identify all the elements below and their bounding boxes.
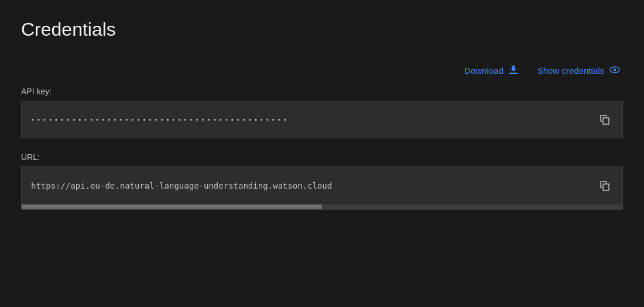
action-bar: Download Show credentials [21, 64, 623, 77]
url-label: URL: [21, 152, 623, 162]
show-credentials-label: Show credentials [537, 66, 604, 76]
url-input-wrapper: https://api.eu-de.natural-language-under… [21, 166, 623, 210]
api-key-label: API key: [21, 87, 623, 96]
copy-icon [599, 114, 611, 125]
download-button[interactable]: Download [464, 64, 519, 77]
svg-rect-4 [603, 184, 609, 190]
svg-rect-3 [603, 118, 609, 124]
api-key-copy-button[interactable] [597, 111, 613, 128]
page-title: Credentials [21, 19, 623, 40]
url-scrollbar-track[interactable] [22, 204, 622, 209]
svg-point-2 [614, 69, 615, 70]
url-scrollbar-thumb[interactable] [22, 204, 322, 209]
copy-icon [599, 180, 611, 192]
download-label: Download [464, 66, 503, 76]
url-input-content: https://api.eu-de.natural-language-under… [22, 167, 622, 204]
eye-icon [609, 64, 621, 77]
api-key-input-wrapper: ••••••••••••••••••••••••••••••••••••••••… [21, 101, 623, 138]
url-value: https://api.eu-de.natural-language-under… [31, 181, 597, 190]
download-icon [508, 64, 519, 77]
show-credentials-button[interactable]: Show credentials [537, 64, 621, 77]
url-section: URL: https://api.eu-de.natural-language-… [21, 152, 623, 210]
api-key-section: API key: •••••••••••••••••••••••••••••••… [21, 87, 623, 138]
api-key-value: ••••••••••••••••••••••••••••••••••••••••… [31, 117, 597, 123]
credentials-page: Credentials Download Show credentials [0, 0, 644, 307]
url-copy-button[interactable] [597, 178, 613, 194]
